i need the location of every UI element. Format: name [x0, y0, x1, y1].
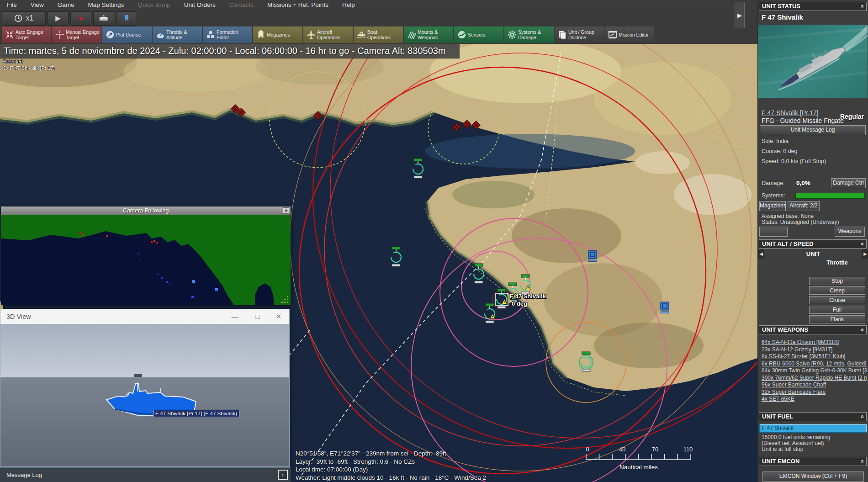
base-contact-icon[interactable]: [588, 250, 597, 262]
camera-following-window[interactable]: Camera Following ✕: [1, 207, 291, 305]
boat-icon: [355, 30, 367, 40]
unit-alt-speed-header[interactable]: UNIT ALT / SPEED »: [759, 239, 867, 249]
camera-window-titlebar[interactable]: Camera Following ✕: [1, 207, 291, 215]
systems-damage-button[interactable]: Systems & Damage: [504, 26, 554, 43]
collapse-chevron-icon[interactable]: »: [857, 5, 866, 8]
unit-sidebar: UNIT STATUS » F 47 Shivalik: [757, 0, 868, 482]
record-button[interactable]: ●: [70, 11, 91, 26]
unit-message-log-button[interactable]: Unit Message Log: [760, 125, 866, 135]
formation-editor-button[interactable]: Formation Editor: [203, 26, 252, 43]
map-unit-name-label: F 47 Shivalik: [510, 293, 546, 300]
magazines-icon: [255, 30, 267, 40]
throttle-flank-button[interactable]: Flank: [809, 315, 865, 323]
unit-db-link[interactable]: F 47 Shivalik [Pr.17]: [762, 109, 819, 117]
time-compression-button[interactable]: x1: [2, 11, 46, 26]
weapon-link[interactable]: 32x Super Barricade Flare: [762, 389, 867, 396]
map-layers-button[interactable]: [93, 11, 114, 26]
weapon-link[interactable]: 4x SET-65KE: [762, 396, 867, 403]
close-icon[interactable]: ✕: [272, 312, 286, 322]
systems-label: Systems:: [762, 192, 785, 199]
weapon-link[interactable]: 6x RBU-6000 Salvo [R90, 12 rnds, Guided]: [762, 360, 867, 368]
magazines-button[interactable]: Magazines: [253, 26, 302, 43]
throttle-creep-button[interactable]: Creep: [809, 286, 865, 295]
weapon-link[interactable]: 8x SS-N-27 Sizzler [3M54E1 Klub]: [762, 353, 867, 360]
time-bar: Time: martes, 5 de noviembre de 2024 - Z…: [0, 44, 460, 58]
toolbar-label: Unit / Group Doctrine: [568, 29, 602, 41]
plot-course-button[interactable]: Plot Course: [102, 26, 152, 43]
menu-game[interactable]: Game: [51, 0, 81, 10]
app-window: File View Game Map Settings Quick Jump U…: [0, 0, 868, 482]
throttle-stop-button[interactable]: Stop: [809, 277, 865, 285]
sensors-button[interactable]: Sensors: [454, 26, 503, 43]
unit-status-header[interactable]: UNIT STATUS »: [759, 2, 867, 11]
sidebar-expand-button[interactable]: ▶: [735, 2, 745, 28]
status-line: Local time: 07:00:00 (Day): [296, 466, 486, 474]
status-line: N20°51'58", E71°22'37" - 239nm from sel …: [296, 450, 486, 458]
3d-view-title: 3D View: [6, 313, 31, 320]
bookmark-icon: [123, 15, 130, 22]
unit-emcon-header[interactable]: UNIT EMCON »: [759, 457, 867, 466]
distant-ship-silhouette: [134, 374, 142, 377]
menu-help[interactable]: Help: [335, 0, 362, 10]
ship-3d-label: F 47 Shivalik [Pr.17] (F 47 Shivalik): [153, 410, 239, 417]
collapse-chevron-icon[interactable]: »: [857, 415, 866, 418]
right-arrow-icon[interactable]: ▶: [862, 249, 868, 259]
magazines-panel-button[interactable]: Magazines: [759, 201, 786, 211]
menu-missions-ref-points[interactable]: Missions + Ref. Points: [260, 0, 335, 10]
weapon-link[interactable]: 23x SA-N-12 Grizzly [9M317]: [762, 346, 867, 354]
maximize-icon[interactable]: □: [251, 312, 265, 322]
boat-operations-button[interactable]: Boat Operations: [354, 26, 403, 43]
mission-editor-button[interactable]: Mission Editor: [605, 26, 654, 43]
fuel-selected-unit[interactable]: F 47 Shivalik: [760, 424, 867, 432]
left-arrow-icon[interactable]: ◀: [758, 249, 764, 259]
time-compression-value: x1: [26, 14, 34, 22]
throttle-cruise-button[interactable]: Cruise: [809, 296, 865, 304]
panel-title: UNIT STATUS: [762, 3, 800, 10]
mounts-weapons-button[interactable]: Mounts & Weapons: [404, 26, 453, 43]
collapse-chevron-icon[interactable]: »: [857, 242, 866, 245]
weapon-link[interactable]: 64x 30mm Twin Gatling Gsh-6-30K Burst [3: [762, 367, 867, 375]
weapon-link[interactable]: 300x 76mm/62 Super Rapido HE Burst [2 m: [762, 375, 867, 382]
emcon-window-button[interactable]: EMCON Window (Ctrl + F9): [762, 471, 864, 482]
assigned-base: Assigned base: None: [762, 213, 814, 219]
damage-value: 0,0%: [796, 180, 810, 186]
unit-weapons-header[interactable]: UNIT WEAPONS »: [759, 325, 867, 334]
menu-view[interactable]: View: [24, 0, 51, 10]
sensor-dome-icon: [456, 30, 468, 40]
base-contact-icon[interactable]: [661, 302, 669, 313]
3d-scene[interactable]: [0, 324, 289, 466]
expand-log-button[interactable]: ↑: [278, 470, 288, 480]
map-unit-course-label: 0 deg: [512, 300, 527, 307]
toolbar-label: Magazines: [267, 32, 290, 37]
play-button[interactable]: ▶: [48, 11, 69, 26]
panel-title: UNIT FUEL: [762, 413, 793, 420]
weapon-link[interactable]: 64x SA-N-11a Grisom [9M311K]: [762, 339, 867, 346]
menu-file[interactable]: File: [0, 0, 24, 10]
minimize-icon[interactable]: —: [228, 312, 242, 322]
3d-view-window[interactable]: 3D View — □ ✕: [0, 309, 290, 467]
unit-course: Course: 0 deg: [762, 148, 798, 154]
overview-minimap[interactable]: [1, 215, 291, 305]
sensors-panel-button[interactable]: [759, 227, 788, 237]
collapse-chevron-icon[interactable]: »: [857, 460, 866, 463]
menu-map-settings[interactable]: Map Settings: [81, 0, 131, 10]
unit-fuel-header[interactable]: UNIT FUEL »: [759, 412, 867, 421]
aircraft-operations-button[interactable]: Aircraft Operations: [303, 26, 353, 43]
formation-icon: [205, 30, 217, 40]
weapons-panel-button[interactable]: Weapons: [835, 227, 865, 237]
weapon-link[interactable]: 96x Super Barricade Chaff: [762, 381, 867, 389]
menu-unit-orders[interactable]: Unit Orders: [177, 0, 222, 10]
manual-engage-target-button[interactable]: Manual Engage Target: [52, 26, 101, 43]
damage-label: Damage:: [762, 180, 785, 186]
3d-view-titlebar[interactable]: 3D View — □ ✕: [0, 309, 289, 324]
unit-group-doctrine-button[interactable]: Unit / Group Doctrine: [555, 26, 604, 43]
throttle-full-button[interactable]: Full: [809, 306, 865, 314]
damage-ctrl-button[interactable]: Damage Ctrl: [831, 178, 866, 188]
message-log-bar[interactable]: Message Log ↑: [0, 467, 291, 482]
throttle-altitude-button[interactable]: Throttle & Altitude: [153, 26, 202, 43]
aircraft-panel-button[interactable]: Aircraft: 2/2: [788, 201, 820, 211]
close-icon[interactable]: ✕: [283, 207, 289, 214]
collapse-chevron-icon[interactable]: »: [857, 328, 866, 331]
bookmark-jump-button[interactable]: [116, 11, 137, 26]
auto-engage-target-button[interactable]: Auto Engage Target: [2, 26, 51, 43]
